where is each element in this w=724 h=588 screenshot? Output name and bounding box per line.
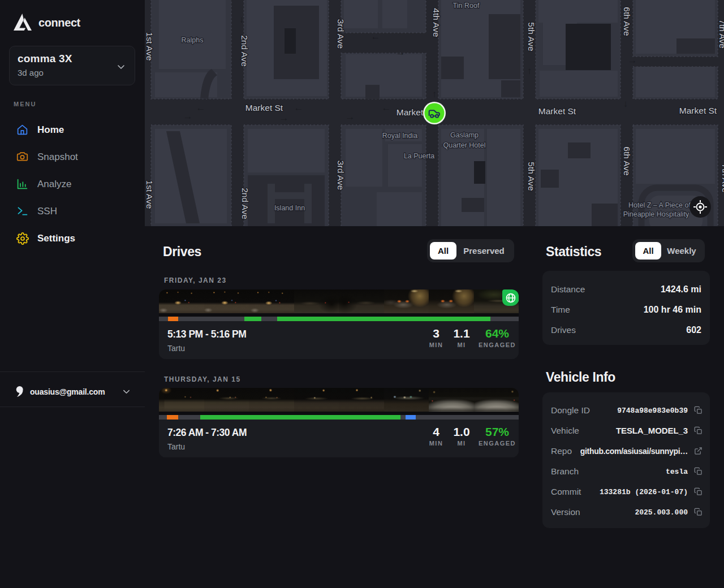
svg-text:Market St: Market St (679, 106, 717, 115)
svg-text:4th Ave: 4th Ave (432, 8, 441, 37)
svg-text:↑: ↑ (432, 89, 437, 100)
svg-text:La Puerta: La Puerta (404, 152, 434, 160)
svg-text:→: → (279, 113, 289, 123)
svg-text:3rd Ave: 3rd Ave (336, 19, 346, 49)
svg-text:→: → (396, 47, 406, 58)
svg-text:←: ← (196, 102, 206, 113)
svg-text:1st Ave: 1st Ave (145, 180, 154, 209)
svg-text:↓: ↓ (623, 98, 628, 109)
svg-text:←: ← (371, 31, 381, 42)
svg-text:→: → (183, 111, 193, 122)
svg-text:7th Ave: 7th Ave (721, 163, 724, 192)
svg-text:↓: ↓ (239, 14, 244, 25)
svg-text:←: ← (382, 102, 391, 113)
svg-text:↑: ↑ (527, 66, 532, 76)
svg-text:6th Ave: 6th Ave (622, 7, 632, 36)
svg-text:5th Ave: 5th Ave (527, 162, 536, 191)
svg-text:←: ← (294, 102, 304, 113)
svg-text:2nd Ave: 2nd Ave (240, 35, 249, 67)
svg-text:Market St: Market St (245, 103, 283, 113)
svg-text:Island Inn: Island Inn (274, 204, 305, 212)
svg-text:1st Ave: 1st Ave (145, 32, 154, 61)
svg-text:5th Ave: 5th Ave (527, 22, 536, 51)
svg-text:Gaslamp: Gaslamp (450, 131, 479, 139)
svg-text:2nd Ave: 2nd Ave (240, 188, 250, 219)
svg-text:Tin Roof: Tin Roof (453, 2, 480, 10)
svg-text:→: → (628, 55, 637, 66)
svg-text:→: → (346, 111, 355, 122)
svg-text:Market St: Market St (538, 106, 576, 116)
svg-text:Ralphs: Ralphs (182, 36, 204, 44)
svg-text:Hotel Z – A Piece of: Hotel Z – A Piece of (628, 201, 691, 209)
svg-text:Quarter Hotel: Quarter Hotel (443, 141, 485, 149)
svg-text:6th Ave: 6th Ave (622, 146, 632, 175)
svg-text:Royal India: Royal India (382, 132, 418, 140)
svg-text:Pineapple Hospitality: Pineapple Hospitality (623, 210, 689, 218)
svg-text:7th Ave: 7th Ave (718, 19, 724, 48)
svg-text:3rd Ave: 3rd Ave (336, 161, 346, 190)
